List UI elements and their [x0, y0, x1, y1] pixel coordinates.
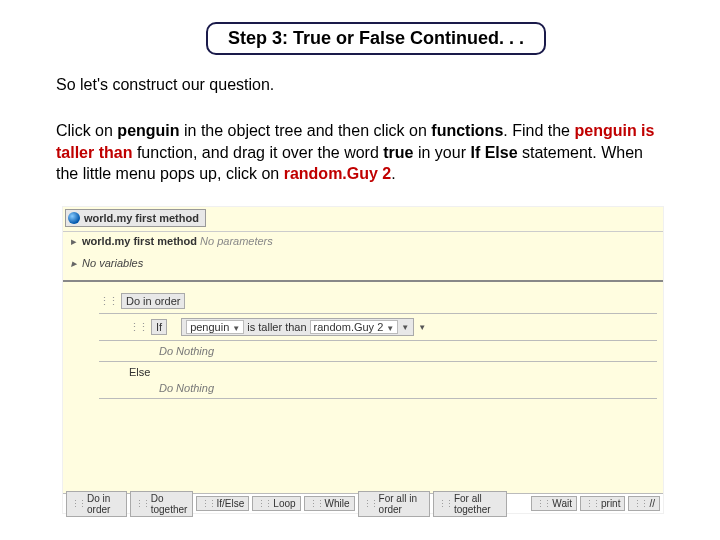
text: . Find the: [503, 122, 574, 139]
chevron-down-icon[interactable]: ▼: [401, 323, 409, 332]
intro-text: So let's construct our question.: [56, 76, 274, 94]
object-tile[interactable]: random.Guy 2 ▼: [310, 320, 399, 334]
if-body[interactable]: Do Nothing: [159, 343, 657, 359]
tab-label: world.my first method: [84, 212, 199, 224]
no-variables-label: No variables: [82, 257, 143, 269]
tile-palette: ⋮⋮Do in order ⋮⋮Do together ⋮⋮If/Else ⋮⋮…: [63, 493, 663, 513]
no-variables-row: ▸ No variables: [63, 251, 663, 282]
label: Loop: [273, 498, 295, 509]
method-title: world.my first method: [82, 235, 197, 247]
kw-ifelse: If Else: [470, 144, 517, 161]
do-in-order-label: Do in order: [121, 293, 185, 309]
chevron-down-icon[interactable]: ▼: [418, 323, 426, 332]
kw-penguin: penguin: [117, 122, 179, 139]
drag-handle-icon: ⋮⋮: [257, 499, 271, 509]
drag-handle-icon[interactable]: ⋮⋮: [129, 321, 147, 334]
text: in the object tree and then click on: [180, 122, 432, 139]
divider: [99, 340, 657, 341]
palette-loop[interactable]: ⋮⋮Loop: [252, 496, 300, 511]
palette-print[interactable]: ⋮⋮print: [580, 496, 625, 511]
drag-handle-icon: ⋮⋮: [438, 499, 452, 509]
divider: [99, 313, 657, 314]
palette-comment[interactable]: ⋮⋮//: [628, 496, 660, 511]
randomguy-label: random.Guy 2: [314, 321, 384, 333]
divider: [99, 398, 657, 399]
drag-handle-icon: ⋮⋮: [536, 499, 550, 509]
subject-tile[interactable]: penguin ▼: [186, 320, 244, 334]
drag-handle-icon: ⋮⋮: [135, 499, 149, 509]
kw-functions: functions: [431, 122, 503, 139]
palette-do-together[interactable]: ⋮⋮Do together: [130, 491, 193, 517]
instruction-paragraph: Click on penguin in the object tree and …: [56, 120, 664, 185]
chevron-down-icon[interactable]: ▼: [232, 324, 240, 333]
divider: [99, 361, 657, 362]
palette-do-in-order[interactable]: ⋮⋮Do in order: [66, 491, 127, 517]
drag-handle-icon: ⋮⋮: [71, 499, 85, 509]
if-label: If: [151, 319, 167, 335]
condition-tile[interactable]: penguin ▼ is taller than random.Guy 2 ▼ …: [181, 318, 414, 336]
label: For all in order: [379, 493, 425, 515]
drag-handle-icon: ⋮⋮: [309, 499, 323, 509]
penguin-label: penguin: [190, 321, 229, 333]
label: Wait: [552, 498, 572, 509]
text: function, and drag it over the word: [132, 144, 383, 161]
label: //: [649, 498, 655, 509]
palette-if-else[interactable]: ⋮⋮If/Else: [196, 496, 250, 511]
drag-handle-icon: ⋮⋮: [201, 499, 215, 509]
text: in your: [414, 144, 471, 161]
method-header-row: ▸ world.my first method No parameters: [63, 231, 663, 252]
text: .: [391, 165, 395, 182]
collapse-icon[interactable]: ▸: [69, 257, 79, 270]
kw-true: true: [383, 144, 413, 161]
drag-handle-icon: ⋮⋮: [585, 499, 599, 509]
do-in-order-block[interactable]: ⋮⋮ Do in order: [99, 291, 657, 311]
chevron-down-icon[interactable]: ▼: [386, 324, 394, 333]
drag-handle-icon[interactable]: ⋮⋮: [99, 295, 117, 308]
label: For all together: [454, 493, 502, 515]
do-nothing-label: Do Nothing: [159, 382, 214, 394]
else-body[interactable]: Do Nothing: [159, 380, 657, 396]
drag-handle-icon: ⋮⋮: [633, 499, 647, 509]
code-editor-area[interactable]: ⋮⋮ Do in order ⋮⋮ If penguin ▼ is taller…: [63, 287, 663, 493]
palette-while[interactable]: ⋮⋮While: [304, 496, 355, 511]
if-block[interactable]: ⋮⋮ If penguin ▼ is taller than random.Gu…: [129, 316, 657, 338]
label: Do together: [151, 493, 188, 515]
method-tab[interactable]: world.my first method: [65, 209, 206, 227]
palette-for-all-together[interactable]: ⋮⋮For all together: [433, 491, 507, 517]
taller-than-label: is taller than: [247, 321, 306, 333]
kw-random: random.Guy 2: [284, 165, 392, 182]
do-nothing-label: Do Nothing: [159, 345, 214, 357]
label: While: [325, 498, 350, 509]
drag-handle-icon: ⋮⋮: [363, 499, 377, 509]
palette-wait[interactable]: ⋮⋮Wait: [531, 496, 577, 511]
collapse-icon[interactable]: ▸: [69, 235, 79, 248]
alice-editor: world.my first method ▸ world.my first m…: [62, 206, 664, 514]
label: If/Else: [217, 498, 245, 509]
else-block: Else: [129, 364, 657, 380]
palette-for-all-in-order[interactable]: ⋮⋮For all in order: [358, 491, 430, 517]
label: print: [601, 498, 620, 509]
no-parameters-label: No parameters: [200, 235, 273, 247]
text: Click on: [56, 122, 117, 139]
world-icon: [68, 212, 80, 224]
step-title: Step 3: True or False Continued. . .: [206, 22, 546, 55]
label: Do in order: [87, 493, 122, 515]
else-label: Else: [129, 366, 150, 378]
